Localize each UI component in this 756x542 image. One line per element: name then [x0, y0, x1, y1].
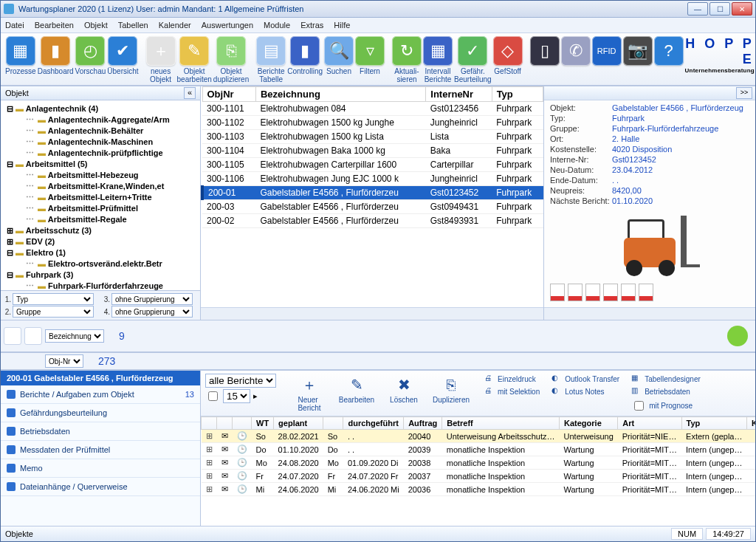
- report-filter[interactable]: alle Berichte: [205, 374, 276, 388]
- subpanel-item[interactable]: Messdaten der Prüfmittel: [1, 441, 200, 459]
- tree-node[interactable]: ⋯ ▬ Anlagentechnik-Maschinen: [2, 137, 199, 148]
- toolbar-vorschau[interactable]: ◴Vorschau: [75, 36, 106, 75]
- report-col-header[interactable]: [233, 417, 252, 430]
- toolbar-übersicht[interactable]: ✔Übersicht: [107, 36, 138, 75]
- report-löschen[interactable]: ✖Löschen: [382, 374, 425, 412]
- mid-button[interactable]: [4, 327, 21, 345]
- toolbar-objekt-bearbeiten[interactable]: ✎Objekt bearbeiten: [177, 36, 212, 83]
- report-neuer-bericht[interactable]: ＋Neuer Bericht: [288, 374, 331, 412]
- tree-node[interactable]: ⊞ ▬ Arbeitsschutz (3): [2, 225, 199, 236]
- toolbar-btn15[interactable]: ▯: [530, 36, 560, 67]
- report-row[interactable]: ⊞✉🕒Fr24.07.2020Fr24.07.2020 Fr20037monat…: [202, 470, 756, 483]
- details-scrollbar[interactable]: [544, 307, 755, 320]
- report-col-header[interactable]: Kategorie: [560, 417, 618, 430]
- doc-icon[interactable]: [639, 284, 653, 301]
- tree-node[interactable]: ⋯ ▬ Arbeitsmittel-Krane,Winden,et: [2, 181, 199, 192]
- grid-scrollbar[interactable]: [201, 307, 543, 320]
- doc-icon[interactable]: [603, 284, 618, 301]
- tree-node[interactable]: ⋯ ▬ Fuhrpark-Flurförderfahrzeuge: [2, 281, 199, 290]
- toolbar-intervall-berichte[interactable]: ▦Intervall Berichte: [423, 36, 453, 83]
- toolbar-controlling[interactable]: ▮Controlling: [287, 36, 323, 75]
- grid-row[interactable]: 300-1102Elektrohubwagen 1500 kg JungheJu…: [202, 116, 543, 130]
- subpanel-item[interactable]: Dateianhänge / Querverweise: [1, 478, 200, 496]
- report-col-header[interactable]: Art: [618, 417, 681, 430]
- report-option[interactable]: ◐Outlook Transfer: [551, 374, 619, 384]
- toolbar-gefstoff[interactable]: ◇GefStoff: [493, 36, 523, 75]
- report-pagesize[interactable]: 15: [223, 389, 250, 403]
- tree-node[interactable]: ⊟ ▬ Arbeitsmittel (5): [2, 159, 199, 170]
- grid-row[interactable]: 300-1103Elektrohubwagen 1500 kg ListaLis…: [202, 130, 543, 144]
- toolbar-btn18[interactable]: 📷: [623, 36, 653, 67]
- tree-node[interactable]: ⋯ ▬ Arbeitsmittel-Hebezeug: [2, 170, 199, 181]
- toolbar-berichte-tabelle[interactable]: ▤Berichte Tabelle: [256, 36, 286, 83]
- doc-icon[interactable]: [550, 284, 565, 301]
- report-option[interactable]: ▦Tabellendesigner: [631, 374, 701, 384]
- report-row[interactable]: ⊞✉🕒Do01.10.2020Do. .20039monatliche Insp…: [202, 443, 756, 456]
- report-duplizieren[interactable]: ⎘Duplizieren: [430, 374, 472, 412]
- report-row[interactable]: ⊞✉🕒Mo24.08.2020Mo01.09.2020 Di20038monat…: [202, 456, 756, 470]
- menu-kalender[interactable]: Kalender: [159, 21, 191, 30]
- report-col-header[interactable]: K: [746, 417, 755, 430]
- toolbar-gefähr.-beurteilung[interactable]: ✓Gefähr. Beurteilung: [454, 36, 492, 83]
- tree-node[interactable]: ⋯ ▬ Anlagentechnik-Behälter: [2, 126, 199, 137]
- close-button[interactable]: ✕: [732, 2, 752, 16]
- grid-row[interactable]: 300-1101Elektrohubwagen 084Gst0123456Fuh…: [202, 102, 543, 116]
- grid-row[interactable]: 200-01Gabelstabler E4566 , Flurförderzeu…: [202, 186, 543, 200]
- grid-row[interactable]: 300-1105Elektrohubwagen Carterpillar 160…: [202, 158, 543, 172]
- grid-col-header[interactable]: ObjNr: [202, 87, 255, 102]
- menu-module[interactable]: Module: [264, 21, 290, 30]
- toolbar-dashboard[interactable]: ▮Dashboard: [38, 36, 74, 75]
- group1-select[interactable]: Typ: [13, 293, 94, 305]
- report-col-header[interactable]: WT: [252, 417, 274, 430]
- report-col-header[interactable]: [217, 417, 233, 430]
- tree-node[interactable]: ⊟ ▬ Elektro (1): [2, 247, 199, 258]
- subpanel-item[interactable]: Betriebsdaten: [1, 422, 200, 441]
- group3-select[interactable]: ohne Gruppierung: [111, 293, 193, 305]
- grid-col-header[interactable]: InterneNr: [426, 87, 492, 102]
- tree-node[interactable]: ⋯ ▬ Elektro-ortsveränd.elektr.Betr: [2, 258, 199, 270]
- report-checkbox[interactable]: [208, 391, 218, 401]
- tree-node[interactable]: ⊞ ▬ EDV (2): [2, 236, 199, 247]
- toolbar-suchen[interactable]: 🔍Suchen: [324, 36, 354, 75]
- report-col-header[interactable]: Betreff: [442, 417, 560, 430]
- subpanel-item[interactable]: Gefährdungsbeurteilung: [1, 404, 200, 422]
- menu-hilfe[interactable]: Hilfe: [334, 21, 350, 30]
- group4-select[interactable]: ohne Gruppierung: [111, 306, 193, 318]
- sort-field-1[interactable]: Bezeichnung: [45, 329, 104, 343]
- menu-auswertungen[interactable]: Auswertungen: [202, 21, 253, 30]
- menu-bearbeiten[interactable]: Bearbeiten: [35, 21, 74, 30]
- toolbar-neues-objekt[interactable]: ＋neues Objekt: [146, 36, 176, 83]
- object-tree[interactable]: ⊟ ▬ Anlagentechnik (4)⋯ ▬ Anlagentechnik…: [1, 100, 200, 290]
- tree-node[interactable]: ⋯ ▬ Arbeitsmittel-Prüfmittel: [2, 203, 199, 214]
- doc-icon[interactable]: [621, 284, 636, 301]
- report-col-header[interactable]: [323, 417, 343, 430]
- toolbar-prozesse[interactable]: ▦Prozesse: [5, 36, 36, 75]
- tree-collapse-button[interactable]: «: [184, 87, 196, 99]
- report-col-header[interactable]: [202, 417, 217, 430]
- toolbar-filtern[interactable]: ▿Filtern: [355, 36, 385, 75]
- minimize-button[interactable]: —: [687, 2, 708, 16]
- grid-row[interactable]: 200-03Gabelstabler E4566 , Flurförderzeu…: [202, 200, 543, 214]
- report-option[interactable]: ◐Lotus Notes: [551, 386, 619, 397]
- doc-icon[interactable]: [568, 284, 583, 301]
- report-option[interactable]: ▥Betriebsdaten: [631, 386, 701, 397]
- grid-row[interactable]: 300-1106Elektrohubwagen Jung EJC 1000 kJ…: [202, 172, 543, 186]
- menu-objekt[interactable]: Objekt: [84, 21, 108, 30]
- report-col-header[interactable]: Auftrag: [404, 417, 442, 430]
- subpanel-item[interactable]: Memo: [1, 459, 200, 478]
- grid-col-header[interactable]: Bezeichnung: [255, 87, 425, 102]
- attachments-icons[interactable]: [544, 281, 755, 307]
- menu-extras[interactable]: Extras: [300, 21, 323, 30]
- toolbar-btn19[interactable]: ?: [654, 36, 684, 67]
- reports-grid[interactable]: WTgeplantdurchgeführtAuftragBetreffKateg…: [201, 416, 755, 526]
- report-col-header[interactable]: geplant: [274, 417, 323, 430]
- menu-tabellen[interactable]: Tabellen: [118, 21, 148, 30]
- report-row[interactable]: ⊞✉🕒So28.02.2021So. .20040Unterweisung Ar…: [202, 430, 756, 443]
- tree-node[interactable]: ⋯ ▬ Anlagentechnik-prüfpflichtige: [2, 148, 199, 159]
- grid-row[interactable]: 200-02Gabelstabler E4566 , Flurförderzeu…: [202, 214, 543, 228]
- toolbar-objekt-duplizieren[interactable]: ⎘Objekt duplizieren: [213, 36, 249, 83]
- report-bearbeiten[interactable]: ✎Bearbeiten: [335, 374, 378, 412]
- tree-node[interactable]: ⋯ ▬ Arbeitsmittel-Regale: [2, 214, 199, 225]
- group2-select[interactable]: Gruppe: [13, 306, 94, 318]
- sort-field-2[interactable]: Obj-Nr: [45, 354, 83, 368]
